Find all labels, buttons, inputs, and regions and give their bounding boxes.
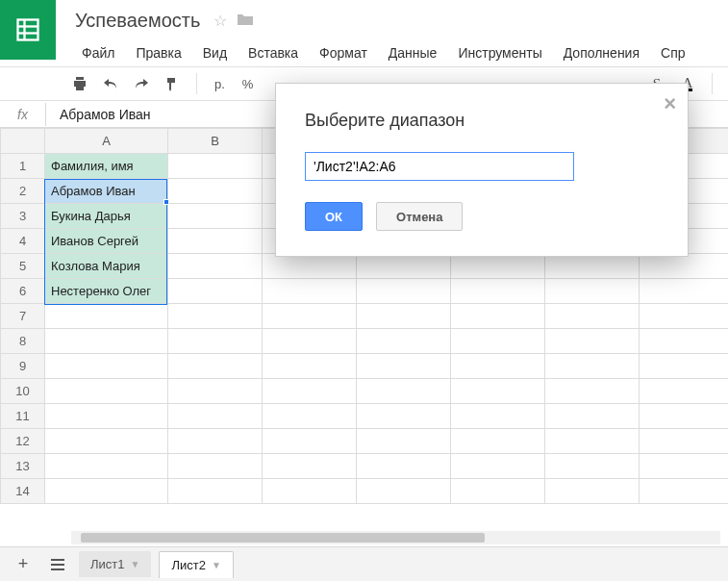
cell[interactable] <box>357 354 451 379</box>
menu-edit[interactable]: Правка <box>125 39 191 66</box>
chevron-down-icon[interactable]: ▼ <box>130 559 139 569</box>
cell[interactable] <box>45 329 168 354</box>
menu-insert[interactable]: Вставка <box>238 39 309 66</box>
cell[interactable] <box>640 379 729 404</box>
close-icon[interactable]: × <box>664 93 676 114</box>
currency-button[interactable]: р. <box>209 77 231 91</box>
col-header-B[interactable]: B <box>168 129 263 154</box>
cell[interactable] <box>45 454 168 479</box>
row-header[interactable]: 9 <box>1 354 45 379</box>
menu-view[interactable]: Вид <box>192 39 238 66</box>
cell[interactable] <box>451 329 545 354</box>
cell[interactable] <box>45 379 168 404</box>
cell[interactable] <box>451 279 545 304</box>
cell-A1[interactable]: Фамилия, имя <box>45 154 168 179</box>
folder-icon[interactable] <box>237 13 254 30</box>
cell[interactable] <box>545 454 640 479</box>
row-header[interactable]: 4 <box>1 229 45 254</box>
cell[interactable] <box>168 379 263 404</box>
cell[interactable] <box>168 279 263 304</box>
cell[interactable] <box>451 379 545 404</box>
menu-file[interactable]: Файл <box>71 39 125 66</box>
col-header-A[interactable]: A <box>45 129 168 154</box>
row-header[interactable]: 10 <box>1 379 45 404</box>
cell[interactable] <box>168 354 263 379</box>
percent-button[interactable]: % <box>237 77 260 91</box>
cell[interactable] <box>451 354 545 379</box>
cell[interactable] <box>263 304 357 329</box>
sheet-tab-2[interactable]: Лист2 ▼ <box>159 551 233 578</box>
cell[interactable] <box>263 479 357 504</box>
row-header[interactable]: 3 <box>1 204 45 229</box>
menu-help[interactable]: Спр <box>650 39 695 66</box>
cell[interactable] <box>545 379 640 404</box>
chevron-down-icon[interactable]: ▼ <box>212 560 221 570</box>
row-header[interactable]: 1 <box>1 154 45 179</box>
row-header[interactable]: 12 <box>1 429 45 454</box>
scrollbar-thumb[interactable] <box>81 533 485 543</box>
cell[interactable] <box>451 479 545 504</box>
cell[interactable] <box>263 329 357 354</box>
cell[interactable] <box>168 404 263 429</box>
paint-format-icon[interactable] <box>160 71 185 96</box>
cell[interactable] <box>357 254 451 279</box>
cell[interactable] <box>640 404 729 429</box>
row-header[interactable]: 6 <box>1 279 45 304</box>
cell[interactable] <box>640 279 729 304</box>
range-input[interactable] <box>305 152 574 181</box>
cell[interactable] <box>45 404 168 429</box>
cell[interactable] <box>640 429 729 454</box>
cell[interactable] <box>357 404 451 429</box>
cell[interactable] <box>168 304 263 329</box>
menu-addons[interactable]: Дополнения <box>553 39 650 66</box>
horizontal-scrollbar[interactable] <box>71 531 720 544</box>
cell[interactable] <box>451 304 545 329</box>
cell-A6[interactable]: Нестеренко Олег <box>45 279 168 304</box>
ok-button[interactable]: ОК <box>305 202 363 231</box>
undo-icon[interactable] <box>98 71 123 96</box>
cell[interactable] <box>451 254 545 279</box>
cell-A2[interactable]: Абрамов Иван <box>45 179 168 204</box>
cell-A5[interactable]: Козлова Мария <box>45 254 168 279</box>
document-title[interactable]: Успеваемость <box>71 8 204 34</box>
cell[interactable] <box>357 329 451 354</box>
cell[interactable] <box>45 479 168 504</box>
cell-A3[interactable]: Букина Дарья <box>45 204 168 229</box>
cell[interactable] <box>168 479 263 504</box>
cell[interactable] <box>263 429 357 454</box>
cell[interactable] <box>168 204 263 229</box>
row-header[interactable]: 14 <box>1 479 45 504</box>
add-sheet-button[interactable]: + <box>10 551 37 578</box>
cell[interactable] <box>545 429 640 454</box>
cell[interactable] <box>451 454 545 479</box>
cancel-button[interactable]: Отмена <box>376 202 463 231</box>
cell[interactable] <box>545 254 640 279</box>
cell[interactable] <box>263 279 357 304</box>
cell-A4[interactable]: Иванов Сергей <box>45 229 168 254</box>
cell[interactable] <box>357 454 451 479</box>
cell[interactable] <box>640 454 729 479</box>
formula-value[interactable]: Абрамов Иван <box>46 107 164 122</box>
cell[interactable] <box>357 304 451 329</box>
row-header[interactable]: 5 <box>1 254 45 279</box>
cell[interactable] <box>168 154 263 179</box>
print-icon[interactable] <box>67 71 92 96</box>
cell[interactable] <box>545 479 640 504</box>
menu-format[interactable]: Формат <box>309 39 378 66</box>
cell[interactable] <box>640 304 729 329</box>
cell[interactable] <box>263 404 357 429</box>
row-header[interactable]: 2 <box>1 179 45 204</box>
cell[interactable] <box>545 329 640 354</box>
cell[interactable] <box>451 404 545 429</box>
cell[interactable] <box>640 254 729 279</box>
menu-data[interactable]: Данные <box>378 39 448 66</box>
cell[interactable] <box>640 329 729 354</box>
row-header[interactable]: 8 <box>1 329 45 354</box>
cell[interactable] <box>263 379 357 404</box>
row-header[interactable]: 11 <box>1 404 45 429</box>
menu-tools[interactable]: Инструменты <box>447 39 552 66</box>
row-header[interactable]: 13 <box>1 454 45 479</box>
all-sheets-button[interactable] <box>44 551 71 578</box>
cell[interactable] <box>45 304 168 329</box>
cell[interactable] <box>640 479 729 504</box>
